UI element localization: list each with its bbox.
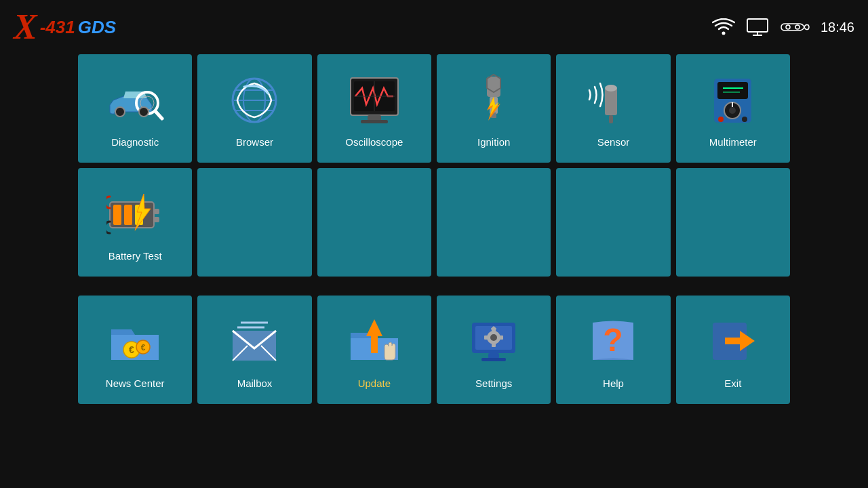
svg-rect-21: [361, 120, 388, 123]
svg-rect-41: [113, 205, 121, 225]
svg-point-4: [786, 25, 790, 29]
monitor-icon: [746, 18, 769, 36]
svg-rect-20: [368, 115, 381, 121]
tile-battery-test[interactable]: Battery Test: [78, 168, 192, 277]
svg-point-5: [795, 25, 800, 29]
tile-empty-5: [556, 168, 670, 277]
tile-empty-3: [317, 168, 431, 277]
mailbox-icon: [224, 311, 285, 372]
grid-row2: Battery Test: [78, 168, 790, 277]
tile-label-news-center: News Center: [106, 378, 165, 389]
wifi-icon: [712, 18, 735, 36]
car-key-icon: [780, 18, 810, 36]
tile-mailbox[interactable]: Mailbox: [197, 296, 311, 404]
svg-point-58: [490, 334, 497, 341]
tile-sensor[interactable]: Sensor: [556, 54, 670, 163]
clock: 18:46: [821, 20, 854, 35]
help-icon: ?: [583, 311, 644, 372]
svg-rect-66: [481, 358, 506, 361]
svg-rect-65: [488, 353, 499, 359]
tile-help[interactable]: ? Help: [556, 296, 670, 404]
tile-label-exit: Exit: [724, 378, 741, 389]
logo-gds: GDS: [78, 17, 116, 38]
tile-label-update: Update: [358, 378, 391, 389]
tile-empty-4: [437, 168, 551, 277]
tile-browser[interactable]: Browser: [197, 54, 311, 163]
grid-row1: Diagnostic Browser: [78, 54, 790, 163]
logo-x: X: [14, 9, 37, 45]
update-icon: [344, 311, 405, 372]
svg-point-9: [115, 107, 125, 117]
svg-text:€: €: [141, 343, 146, 352]
tile-update[interactable]: Update: [317, 296, 431, 404]
settings-icon: [463, 311, 524, 372]
browser-icon: [224, 70, 285, 131]
tile-news-center[interactable]: € € News Center: [78, 296, 192, 404]
svg-text:?: ?: [604, 322, 623, 358]
tile-label-mailbox: Mailbox: [237, 378, 273, 389]
svg-rect-60: [492, 342, 496, 347]
tile-oscilloscope[interactable]: Oscilloscope: [317, 54, 431, 163]
tile-label-oscilloscope: Oscilloscope: [345, 136, 403, 148]
tile-label-browser: Browser: [236, 136, 273, 148]
diagnostic-icon: [104, 70, 165, 131]
logo: X -431 GDS: [14, 9, 116, 45]
tile-label-settings: Settings: [475, 378, 512, 389]
battery-test-icon: [104, 184, 165, 245]
svg-rect-30: [717, 82, 748, 99]
tile-settings[interactable]: Settings: [437, 296, 551, 404]
grid-row3: € € News Center Mail: [78, 296, 790, 404]
tile-ignition[interactable]: Ignition: [437, 54, 551, 163]
tile-exit[interactable]: Exit: [676, 296, 790, 404]
sensor-icon: [583, 70, 644, 131]
ignition-icon: [463, 70, 524, 131]
header: X -431 GDS 18:46: [0, 0, 868, 54]
tile-empty-6: [676, 168, 790, 277]
svg-rect-22: [487, 77, 500, 97]
news-center-icon: € €: [104, 311, 165, 372]
exit-icon: [703, 311, 764, 372]
logo-431: -431: [40, 17, 75, 38]
tile-label-help: Help: [603, 378, 624, 389]
svg-rect-28: [609, 115, 613, 123]
tile-label-sensor: Sensor: [597, 136, 630, 148]
svg-rect-61: [484, 336, 490, 340]
svg-rect-39: [154, 209, 159, 214]
tile-label-multimeter: Multimeter: [709, 136, 757, 148]
svg-point-34: [729, 107, 736, 114]
tile-empty-2: [197, 168, 311, 277]
svg-point-27: [605, 85, 617, 92]
svg-text:€: €: [129, 344, 134, 355]
multimeter-icon: [703, 70, 764, 131]
svg-point-0: [722, 32, 725, 35]
svg-line-8: [155, 111, 162, 119]
svg-point-10: [139, 107, 149, 117]
oscilloscope-icon: [344, 70, 405, 131]
svg-point-36: [718, 117, 724, 122]
svg-point-37: [742, 117, 747, 122]
tile-label-diagnostic: Diagnostic: [111, 136, 159, 148]
tile-diagnostic[interactable]: Diagnostic: [78, 54, 192, 163]
tile-label-ignition: Ignition: [477, 136, 510, 148]
svg-rect-40: [154, 217, 159, 222]
tile-multimeter[interactable]: Multimeter: [676, 54, 790, 163]
header-icons: 18:46: [712, 18, 854, 36]
tile-label-battery-test: Battery Test: [108, 250, 162, 262]
main-content: Diagnostic Browser: [0, 54, 868, 404]
svg-rect-26: [605, 88, 617, 115]
svg-rect-1: [747, 19, 768, 32]
svg-rect-62: [498, 336, 503, 340]
svg-rect-42: [124, 205, 132, 225]
